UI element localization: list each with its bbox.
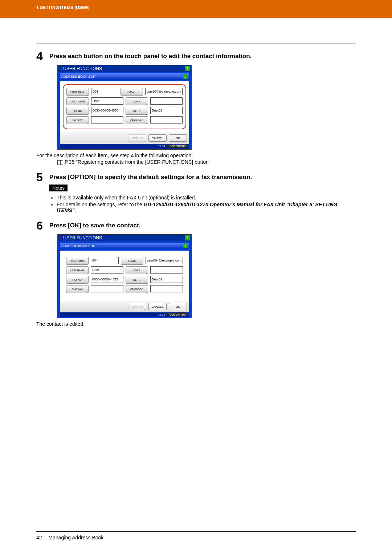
step-6-after: The contact is edited. bbox=[36, 321, 356, 327]
step-6-title: Press [OK] to save the contact. bbox=[49, 222, 356, 229]
second-fax-button[interactable]: 2ND FAX bbox=[66, 285, 89, 293]
fax-no-field[interactable]: 0030-00008-4555 bbox=[91, 276, 123, 283]
panel-titlebar: ⌂USER FUNCTIONS ? bbox=[58, 65, 191, 72]
email-field[interactable]: user004@example.com bbox=[145, 88, 183, 95]
cancel-button[interactable]: CANCEL bbox=[148, 303, 167, 310]
step-4: 4 Press each button on the touch panel t… bbox=[36, 50, 356, 62]
step-4-title: Press each button on the touch panel to … bbox=[49, 53, 356, 60]
form-area: FIRST NAME 004 E-MAIL user004@example.co… bbox=[63, 254, 186, 298]
second-fax-button[interactable]: 2ND FAX bbox=[66, 116, 89, 124]
panel-subtitle: ADDRESS BOOK EDIT bbox=[61, 75, 96, 78]
email-button[interactable]: E-MAIL bbox=[121, 88, 143, 96]
corp-field[interactable] bbox=[150, 97, 183, 105]
fax-no-button[interactable]: FAX NO. bbox=[66, 276, 89, 284]
last-name-button[interactable]: LAST NAME bbox=[66, 97, 89, 105]
help-icon[interactable]: ? bbox=[185, 235, 190, 240]
last-name-button[interactable]: LAST NAME bbox=[66, 266, 89, 274]
keyword-field[interactable] bbox=[150, 285, 183, 292]
notes-list: This is available only when the FAX Unit… bbox=[49, 195, 356, 213]
first-name-field[interactable]: 004 bbox=[91, 257, 119, 264]
last-name-field[interactable]: User bbox=[91, 97, 123, 105]
step-4-number: 4 bbox=[36, 50, 49, 62]
option-button[interactable]: OPTION bbox=[128, 134, 146, 142]
step-6: 6 Press [OK] to save the contact. bbox=[36, 220, 356, 231]
keyword-button[interactable]: KEYWORD bbox=[126, 285, 148, 293]
step-6-screenshot: ⌂USER FUNCTIONS ? ADDRESS BOOK EDIT ? FI… bbox=[57, 234, 356, 318]
option-button[interactable]: OPTION bbox=[128, 303, 146, 310]
panel-titlebar: ⌂USER FUNCTIONS ? bbox=[58, 235, 191, 241]
notes-badge: Notes bbox=[49, 185, 68, 191]
status-time: 09:04 bbox=[158, 145, 165, 148]
keyword-button[interactable]: KEYWORD bbox=[126, 116, 148, 124]
panel-subtitle: ADDRESS BOOK EDIT bbox=[61, 244, 96, 248]
book-icon bbox=[57, 160, 63, 165]
step-5-number: 5 bbox=[36, 171, 49, 183]
cancel-button[interactable]: CANCEL bbox=[148, 134, 167, 142]
step-5: 5 Press [OPTION] to specify the default … bbox=[36, 171, 356, 218]
step-6-number: 6 bbox=[36, 220, 49, 231]
footer-rule bbox=[36, 531, 356, 532]
dept-field[interactable]: Dept01 bbox=[150, 276, 183, 283]
step-5-title: Press [OPTION] to specify the default se… bbox=[49, 174, 356, 181]
dept-button[interactable]: DEPT. bbox=[126, 107, 148, 115]
form-highlight: FIRST NAME 004 E-MAIL user004@example.co… bbox=[63, 84, 186, 129]
second-fax-field[interactable] bbox=[91, 116, 123, 123]
email-button[interactable]: E-MAIL bbox=[121, 257, 143, 265]
footer-title: Managing Address Book bbox=[49, 535, 104, 540]
ok-button[interactable]: OK bbox=[169, 134, 187, 142]
corp-button[interactable]: CORP. bbox=[126, 266, 148, 274]
fax-no-button[interactable]: FAX NO. bbox=[66, 107, 89, 115]
panel-title: USER FUNCTIONS bbox=[63, 235, 102, 240]
dept-field[interactable]: Dept01 bbox=[150, 107, 183, 114]
dept-button[interactable]: DEPT. bbox=[126, 276, 148, 284]
first-name-field[interactable]: 004 bbox=[91, 88, 118, 95]
fax-no-field[interactable]: 0030-00008-4555 bbox=[91, 107, 123, 114]
job-status-button[interactable]: JOB STATUS bbox=[168, 145, 188, 148]
top-rule bbox=[36, 44, 356, 44]
note-1: This is available only when the FAX Unit… bbox=[57, 195, 356, 200]
note-2: For details on the settings, refer to th… bbox=[57, 202, 356, 213]
status-time: 09:05 bbox=[158, 313, 165, 316]
second-fax-field[interactable] bbox=[91, 285, 123, 292]
section-header: 1 SETTING ITEMS (USER) bbox=[36, 5, 90, 10]
corp-button[interactable]: CORP. bbox=[126, 97, 148, 105]
keyword-field[interactable] bbox=[150, 116, 183, 123]
panel-title: USER FUNCTIONS bbox=[63, 66, 102, 71]
help-icon[interactable]: ? bbox=[183, 74, 188, 79]
hand-pointer-icon: ☞ bbox=[176, 309, 184, 320]
email-field[interactable]: user004@example.com bbox=[146, 257, 183, 264]
step-4-desc: For the description of each item, see st… bbox=[36, 153, 356, 158]
page-number: 42 bbox=[36, 535, 42, 540]
step-4-screenshot: ⌂USER FUNCTIONS ? ADDRESS BOOK EDIT ? FI… bbox=[57, 65, 356, 150]
first-name-button[interactable]: FIRST NAME bbox=[66, 88, 89, 96]
help-icon[interactable]: ? bbox=[183, 244, 188, 248]
last-name-field[interactable]: User bbox=[91, 266, 123, 274]
step-4-ref: P.35 "Registering contacts from the [USE… bbox=[57, 159, 356, 165]
corp-field[interactable] bbox=[150, 266, 183, 274]
first-name-button[interactable]: FIRST NAME bbox=[66, 257, 89, 265]
help-icon[interactable]: ? bbox=[185, 66, 190, 71]
